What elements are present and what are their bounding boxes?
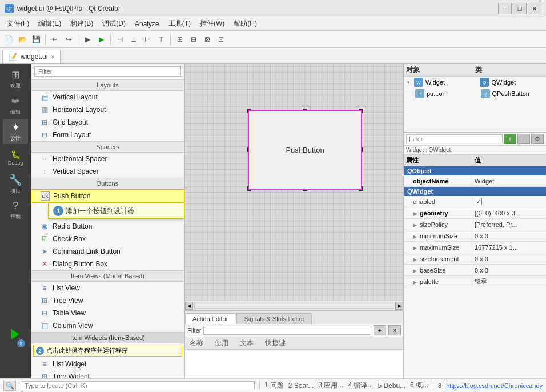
action-filter-input[interactable] <box>203 326 371 335</box>
tab-widget-ui[interactable]: 📝 widget.ui × <box>2 50 61 63</box>
tab-signals-slots[interactable]: Signals & Slots Editor <box>236 313 312 324</box>
tree-item-horizontal-layout[interactable]: ▥ Horizontal Layout <box>31 103 184 116</box>
status-overview[interactable]: 6 概... <box>410 381 428 390</box>
tree-item-h-spacer[interactable]: ↔ Horizontal Spacer <box>31 153 184 165</box>
minimize-button[interactable]: − <box>498 3 512 14</box>
object-row-pushbutton[interactable]: P pu...on Q QPushButton <box>404 88 546 99</box>
tree-item-push-button[interactable]: OK Push Button <box>31 189 184 203</box>
prop-basesize-value[interactable]: 0 x 0 <box>472 266 546 275</box>
toolbar-align-r[interactable]: ⊢ <box>141 33 154 46</box>
object-col-header: 对象 <box>406 65 475 75</box>
tree-item-grid-layout[interactable]: ⊞ Grid Layout <box>31 116 184 129</box>
window-controls[interactable]: − □ × <box>498 3 541 14</box>
tree-item-check-box[interactable]: ☑ Check Box <box>31 233 184 245</box>
prop-palette-value[interactable]: 继承 <box>472 276 546 287</box>
status-search[interactable]: 2 Sear... <box>288 382 314 390</box>
tree-item-form-layout[interactable]: ⊟ Form Layout <box>31 129 184 141</box>
prop-row-sizepolicy[interactable]: ▶ sizePolicy [Preferred, Pr... <box>404 219 546 230</box>
prop-row-maxsize[interactable]: ▶ maximumSize 16777215 x 1... <box>404 242 546 253</box>
prop-settings-button[interactable]: ⚙ <box>531 134 544 144</box>
toolbar-align-t[interactable]: ⊤ <box>155 33 167 46</box>
menu-edit[interactable]: 编辑(E) <box>34 18 66 30</box>
tree-item-vertical-layout[interactable]: ▤ Vertical Layout <box>31 91 184 103</box>
toolbar-grid[interactable]: ⊞ <box>174 33 186 46</box>
tree-item-tree-view[interactable]: ⊞ Tree View <box>31 294 184 307</box>
prop-objectname-value[interactable]: Widget <box>472 177 546 186</box>
status-link[interactable]: https://blog.csdn.net/Chroniccandy <box>446 382 543 389</box>
canvas-scrollbar-h[interactable]: ◀ ▶ <box>185 301 403 310</box>
prop-row-objectname[interactable]: objectName Widget <box>404 175 546 187</box>
menu-tools[interactable]: 工具(T) <box>164 18 195 30</box>
prop-maxsize-value[interactable]: 16777215 x 1... <box>472 243 546 252</box>
toolbar-save[interactable]: 💾 <box>30 33 42 46</box>
sidebar-item-help[interactable]: ? 帮助 <box>3 198 28 223</box>
sidebar-item-welcome[interactable]: ⊞ 欢迎 <box>3 66 28 91</box>
menu-file[interactable]: 文件(F) <box>2 18 34 30</box>
toolbar-run[interactable]: ▶ <box>95 33 107 46</box>
tree-item-list-view[interactable]: ≡ List View <box>31 282 184 294</box>
toolbar-adjust2[interactable]: ⊡ <box>215 33 227 46</box>
canvas-surface[interactable]: PushButton <box>185 64 403 301</box>
prop-row-basesize[interactable]: ▶ baseSize 0 x 0 <box>404 265 546 276</box>
object-row-widget[interactable]: ▼ W Widget Q QWidget <box>404 77 546 88</box>
prop-enabled-value[interactable]: ✓ <box>472 197 546 206</box>
toolbar-adjust[interactable]: ⊠ <box>201 33 214 46</box>
tree-item-column-view[interactable]: ◫ Column View <box>31 319 184 332</box>
sidebar-item-design[interactable]: ✦ 设计 <box>3 119 28 144</box>
menu-debug[interactable]: 调试(D) <box>98 18 130 30</box>
sidebar-item-debug[interactable]: 🐛 Debug <box>3 145 28 170</box>
tree-item-command-link[interactable]: ➤ Command Link Button <box>31 245 184 258</box>
tree-item-dialog-button-box[interactable]: ✕ Dialog Button Box <box>31 258 184 270</box>
tree-item-list-widget[interactable]: ≡ List Widget <box>31 358 184 370</box>
sidebar-item-edit[interactable]: ✏ 编辑 <box>3 93 28 118</box>
toolbar-break[interactable]: ⊟ <box>187 33 200 46</box>
prop-row-minsize[interactable]: ▶ minimumSize 0 x 0 <box>404 230 546 242</box>
toolbar-build[interactable]: ▶ <box>81 33 94 46</box>
prop-geometry-label: ▶ geometry <box>404 209 472 218</box>
prop-row-geometry[interactable]: ▶ geometry [(0, 0), 400 x 3... <box>404 207 546 219</box>
tree-item-tree-widget[interactable]: ⊞ Tree Widget <box>31 370 184 378</box>
tab-close-button[interactable]: × <box>51 54 54 60</box>
tree-item-table-view[interactable]: ⊟ Table View <box>31 307 184 319</box>
scroll-h-track[interactable] <box>194 303 394 309</box>
enabled-checkbox[interactable]: ✓ <box>475 198 482 205</box>
tab-action-editor[interactable]: Action Editor <box>185 313 235 324</box>
toolbar-align-c[interactable]: ⊥ <box>127 33 140 46</box>
prop-geometry-value[interactable]: [(0, 0), 400 x 3... <box>472 209 546 218</box>
action-add-button[interactable]: + <box>374 325 386 335</box>
status-problems[interactable]: 1 问题 <box>264 381 284 390</box>
toolbar-align-l[interactable]: ⊣ <box>114 33 126 46</box>
status-compile[interactable]: 4 编译... <box>348 381 373 390</box>
prop-add-button[interactable]: + <box>504 134 516 144</box>
scroll-left-button[interactable]: ◀ <box>185 302 193 310</box>
prop-row-enabled[interactable]: enabled ✓ <box>404 196 546 207</box>
push-button-design[interactable]: PushButton <box>248 110 362 190</box>
prop-row-sizeincrement[interactable]: ▶ sizeIncrement 0 x 0 <box>404 253 546 265</box>
search-status-button[interactable]: 🔍 <box>3 381 16 391</box>
menu-analyze[interactable]: Analyze <box>130 19 164 29</box>
tree-item-v-spacer[interactable]: ↕ Vertical Spacer <box>31 165 184 178</box>
menu-controls[interactable]: 控件(W) <box>195 18 229 30</box>
prop-row-palette[interactable]: ▶ palette 继承 <box>404 276 546 287</box>
prop-filter-input[interactable] <box>406 134 503 143</box>
menu-build[interactable]: 构建(B) <box>66 18 98 30</box>
scroll-right-button[interactable]: ▶ <box>395 302 403 310</box>
status-debug[interactable]: 5 Debu... <box>378 382 406 390</box>
sidebar-item-project[interactable]: 🔧 项目 <box>3 171 28 197</box>
prop-remove-button[interactable]: − <box>517 134 530 144</box>
widget-filter-input[interactable] <box>34 66 181 77</box>
maximize-button[interactable]: □ <box>513 3 527 14</box>
menu-help[interactable]: 帮助(H) <box>229 18 262 30</box>
prop-sizepolicy-value[interactable]: [Preferred, Pr... <box>472 220 546 229</box>
prop-minsize-value[interactable]: 0 x 0 <box>472 231 546 241</box>
toolbar-undo[interactable]: ↩ <box>49 33 61 46</box>
close-button[interactable]: × <box>528 3 541 14</box>
toolbar-new[interactable]: 📄 <box>2 33 15 46</box>
locate-input[interactable] <box>21 381 255 390</box>
status-apply[interactable]: 3 应用... <box>318 381 343 390</box>
toolbar-redo[interactable]: ↪ <box>62 33 75 46</box>
action-remove-button[interactable]: ✕ <box>388 325 401 335</box>
tree-item-radio-button[interactable]: ◉ Radio Button <box>31 220 184 233</box>
prop-sizeincrement-value[interactable]: 0 x 0 <box>472 254 546 263</box>
toolbar-open[interactable]: 📂 <box>16 33 29 46</box>
